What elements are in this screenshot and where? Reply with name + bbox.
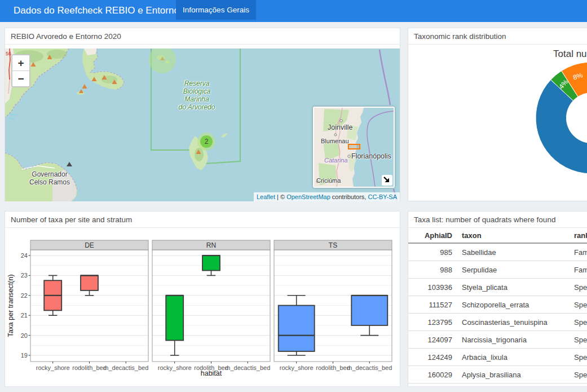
cell-aphiaid: 123795: [408, 314, 457, 331]
zoom-out-button[interactable]: −: [12, 71, 29, 86]
cell-taxon: Styela_plicata: [457, 279, 569, 296]
donut-chart-area: Total nu 4%8%: [408, 45, 587, 201]
cell-rank: Species: [569, 366, 587, 384]
x-tick-label: rocky_shore: [36, 364, 70, 371]
cell-aphiaid: 111527: [408, 296, 457, 314]
cell-rank: Species: [569, 296, 587, 314]
boxplot-chart: Taxa per transect(n)habitat192021222324D…: [5, 228, 400, 387]
navbar: Dados do Reefcheck REBIO e Entorno Infor…: [0, 0, 587, 22]
cell-taxon: Sabellidae: [457, 243, 569, 261]
poi-marker: [67, 162, 72, 166]
taxa-table-header-row: AphiaID taxon rank: [408, 228, 587, 243]
leaflet-map[interactable]: 2 56 ReservaBiológicaMarinhado Arvoredo …: [5, 49, 400, 201]
cell-rank: Family: [569, 243, 587, 261]
table-row[interactable]: 160029Aplysia_brasilianaSpecies: [408, 366, 587, 384]
map-panel-title: REBIO Arvoredo e Entorno 2020: [5, 28, 400, 45]
map-panel: REBIO Arvoredo e Entorno 2020: [5, 28, 400, 201]
x-tick-label: rocky_shore: [280, 364, 314, 371]
x-tick-label: m_decactis_bed: [347, 364, 392, 371]
table-panel-title: Taxa list: number of quadrats where foun…: [408, 212, 587, 228]
license-link[interactable]: CC-BY-SA: [368, 193, 397, 200]
cell-rank: Species: [569, 314, 587, 331]
zoom-in-button[interactable]: +: [12, 55, 29, 71]
x-tick-label: m_decactis_bed: [103, 364, 148, 371]
x-tick-label: rodolith_bed: [316, 364, 350, 371]
dashboard-page: { "navbar": { "title": "Dados do Reefche…: [0, 0, 587, 392]
y-tick-label: 22: [21, 292, 28, 299]
cell-taxon: Arbacia_lixula: [457, 349, 569, 366]
cell-taxon: Schizoporella_errata: [457, 296, 569, 314]
leaflet-link[interactable]: Leaflet: [257, 193, 275, 200]
table-row[interactable]: 988SerpulidaeFamily: [408, 261, 587, 279]
col-header-rank[interactable]: rank: [569, 228, 587, 243]
minimap-canvas: Joinville Blumenau Florianópolis Criciúm…: [314, 108, 394, 187]
table-row[interactable]: 985SabellidaeFamily: [408, 243, 587, 261]
donut-chart-title: Total nu: [553, 49, 587, 60]
cell-taxon: Narcissia_trigonaria: [457, 331, 569, 349]
col-header-aphiaid[interactable]: AphiaID: [408, 228, 457, 243]
donut-panel-title: Taxonomic rank distribution: [408, 28, 587, 45]
peak-markers: [31, 55, 201, 154]
map-zoom-control: + −: [11, 54, 30, 87]
cell-aphiaid: 124249: [408, 349, 457, 366]
donut-chart: 4%8%: [408, 45, 587, 201]
boxplot-panel-title: Number of taxa per site and stratum: [5, 212, 400, 228]
boxplot-box: [202, 256, 220, 271]
cell-taxon: Aplysia_brasiliana: [457, 366, 569, 384]
facet-strip-label: TS: [329, 241, 337, 249]
table-row[interactable]: 124249Arbacia_lixulaSpecies: [408, 349, 587, 366]
cell-taxon: Serpulidae: [457, 261, 569, 279]
cell-taxon: Coscinasterias_tenuispina: [457, 314, 569, 331]
y-tick-label: 19: [21, 352, 28, 359]
y-tick-label: 23: [21, 272, 28, 279]
x-tick-label: rodolith_bed: [194, 364, 228, 371]
x-tick-label: rocky_shore: [158, 364, 192, 371]
osm-link[interactable]: OpenStreetMap: [286, 193, 330, 200]
boxplot-box: [351, 296, 387, 325]
facet-strip-label: DE: [85, 241, 94, 249]
table-row[interactable]: 124097Narcissia_trigonariaSpecies: [408, 331, 587, 349]
y-axis-title: Taxa per transect(n): [7, 274, 15, 337]
minimap-view-rectangle: [348, 144, 360, 149]
boxplot-panel: Number of taxa per site and stratum Taxa…: [5, 211, 400, 387]
table-row[interactable]: 111527Schizoporella_errataSpecies: [408, 296, 587, 314]
attribution-contributors: contributors,: [330, 193, 368, 200]
boxplot-box: [81, 275, 98, 290]
boxplot-box: [279, 306, 315, 351]
cell-aphiaid: 103936: [408, 279, 457, 296]
marker-cluster[interactable]: 2: [197, 133, 215, 151]
minimap[interactable]: Joinville Blumenau Florianópolis Criciúm…: [313, 107, 395, 188]
table-row[interactable]: 103936Styela_plicataSpecies: [408, 279, 587, 296]
facet-strip-label: RN: [206, 241, 216, 249]
table-panel: Taxa list: number of quadrats where foun…: [408, 211, 587, 387]
boxplot-box: [166, 296, 183, 341]
cell-rank: Species: [569, 349, 587, 366]
cell-aphiaid: 124097: [408, 331, 457, 349]
attribution-separator: | ©: [275, 193, 286, 200]
tab-informacoes-gerais[interactable]: Informações Gerais: [176, 0, 256, 20]
y-tick-label: 21: [21, 312, 28, 319]
marker-cluster-count: 2: [200, 135, 213, 148]
y-tick-label: 20: [21, 332, 28, 339]
minimap-toggle-button[interactable]: [382, 175, 392, 186]
col-header-taxon[interactable]: taxon: [457, 228, 569, 243]
map-attribution: Leaflet | © OpenStreetMap contributors, …: [254, 192, 400, 201]
cell-aphiaid: 985: [408, 243, 457, 261]
taxa-table: AphiaID taxon rank 985SabellidaeFamily98…: [408, 228, 587, 384]
minimize-arrow-icon: [382, 175, 392, 186]
y-tick-label: 24: [21, 252, 28, 259]
table-row[interactable]: 123795Coscinasterias_tenuispinaSpecies: [408, 314, 587, 331]
cell-rank: Species: [569, 279, 587, 296]
cell-aphiaid: 160029: [408, 366, 457, 384]
x-tick-label: rodolith_bed: [72, 364, 107, 371]
app-title: Dados do Reefcheck REBIO e Entorno: [14, 0, 179, 21]
cell-aphiaid: 988: [408, 261, 457, 279]
state-boundary-line: [379, 50, 390, 105]
donut-panel: Taxonomic rank distribution Total nu 4%8…: [408, 28, 587, 201]
cell-rank: Family: [569, 261, 587, 279]
cell-rank: Species: [569, 331, 587, 349]
x-tick-label: m_decactis_bed: [225, 364, 270, 371]
